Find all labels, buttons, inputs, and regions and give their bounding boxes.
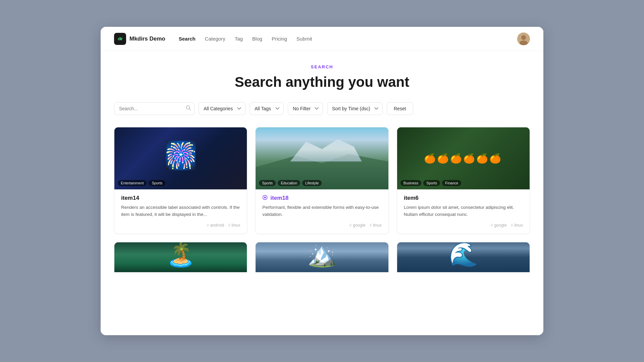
- card-title-item6: item6: [404, 195, 523, 201]
- tag-filter[interactable]: All Tags: [250, 102, 284, 115]
- card-tags-item18: Sports Education Lifestyle: [259, 180, 322, 186]
- card-body-item14: item14 Renders an accessible label assoc…: [114, 189, 247, 234]
- search-input-wrap: [114, 102, 195, 115]
- hashtag-google: google: [350, 223, 366, 228]
- card-item14: Entertainment Sports item14 Renders an a…: [114, 127, 247, 234]
- card-tags-item14: Entertainment Sports: [118, 180, 165, 186]
- card-item6: Business Sports Finance item6 Lorem ipsu…: [397, 127, 530, 234]
- svg-line-4: [190, 109, 191, 110]
- card-tags-item6: Business Sports Finance: [400, 180, 462, 186]
- page-label: SEARCH: [114, 64, 530, 69]
- card-image-item6: Business Sports Finance: [397, 127, 530, 189]
- search-input[interactable]: [114, 102, 195, 115]
- nav-category[interactable]: Category: [205, 36, 225, 42]
- hashtag-linux: linux: [511, 223, 523, 228]
- card-image-item14: Entertainment Sports: [114, 127, 247, 189]
- hashtag-linux: linux: [228, 223, 240, 228]
- app-window: dir Mkdirs Demo Search Category Tag Blog…: [101, 27, 543, 335]
- tag-finance: Finance: [442, 180, 461, 186]
- card-hashtags-item18: google linux: [262, 223, 381, 228]
- card-body-item18: item18 Performant, flexible and extensib…: [256, 189, 388, 234]
- category-filter[interactable]: All Categories: [199, 102, 246, 115]
- card-desc-item6: Lorem ipsum dolor sit amet, consectetur …: [404, 204, 523, 218]
- card-row2-2: [255, 242, 388, 272]
- card-title-item14: item14: [121, 195, 240, 201]
- nav-tag[interactable]: Tag: [235, 36, 243, 42]
- header: dir Mkdirs Demo Search Category Tag Blog…: [101, 27, 543, 51]
- filter-select[interactable]: No Filter: [288, 102, 323, 115]
- svg-point-1: [521, 35, 526, 40]
- tag-sports: Sports: [259, 180, 276, 186]
- nav-submit[interactable]: Submit: [297, 36, 312, 42]
- card-body-item6: item6 Lorem ipsum dolor sit amet, consec…: [397, 189, 530, 234]
- card-desc-item14: Renders an accessible label associated w…: [121, 204, 240, 218]
- card-desc-item18: Performant, flexible and extensible form…: [262, 204, 381, 218]
- main-nav: Search Category Tag Blog Pricing Submit: [179, 36, 517, 42]
- card-hashtags-item14: android linux: [121, 223, 240, 228]
- logo-icon: dir: [114, 33, 126, 45]
- main-content: SEARCH Search anything you want All Cate…: [101, 51, 543, 335]
- card-row2-1: [114, 242, 247, 272]
- tag-sports: Sports: [423, 180, 440, 186]
- nav-search[interactable]: Search: [179, 36, 196, 42]
- card-image-row2-2: [256, 242, 388, 272]
- app-name: Mkdirs Demo: [129, 36, 165, 42]
- nav-pricing[interactable]: Pricing: [272, 36, 287, 42]
- featured-icon: [262, 195, 268, 201]
- tag-sports: Sports: [149, 180, 165, 186]
- tag-lifestyle: Lifestyle: [302, 180, 322, 186]
- search-icon-button[interactable]: [186, 105, 191, 112]
- page-title: Search anything you want: [114, 74, 530, 90]
- card-title-item18: item18: [262, 195, 381, 201]
- card-item18: Sports Education Lifestyle item18: [255, 127, 388, 234]
- card-image-item18: Sports Education Lifestyle: [256, 127, 388, 189]
- card-image-row2-3: [397, 242, 530, 272]
- hashtag-google: google: [491, 223, 507, 228]
- search-bar: All Categories All Tags No Filter Sort b…: [114, 102, 530, 115]
- tag-education: Education: [278, 180, 300, 186]
- user-avatar[interactable]: [517, 33, 530, 45]
- sort-select[interactable]: Sort by Time (dsc): [327, 102, 383, 115]
- hashtag-android: android: [207, 223, 224, 228]
- cards-grid: Entertainment Sports item14 Renders an a…: [114, 127, 530, 272]
- logo-area: dir Mkdirs Demo: [114, 33, 165, 45]
- card-row2-3: [397, 242, 530, 272]
- svg-point-6: [264, 197, 266, 198]
- card-hashtags-item6: google linux: [404, 223, 523, 228]
- card-image-row2-1: [114, 242, 247, 272]
- tag-business: Business: [400, 180, 422, 186]
- tag-entertainment: Entertainment: [118, 180, 147, 186]
- nav-blog[interactable]: Blog: [252, 36, 262, 42]
- hashtag-linux: linux: [370, 223, 382, 228]
- reset-button[interactable]: Reset: [387, 102, 413, 115]
